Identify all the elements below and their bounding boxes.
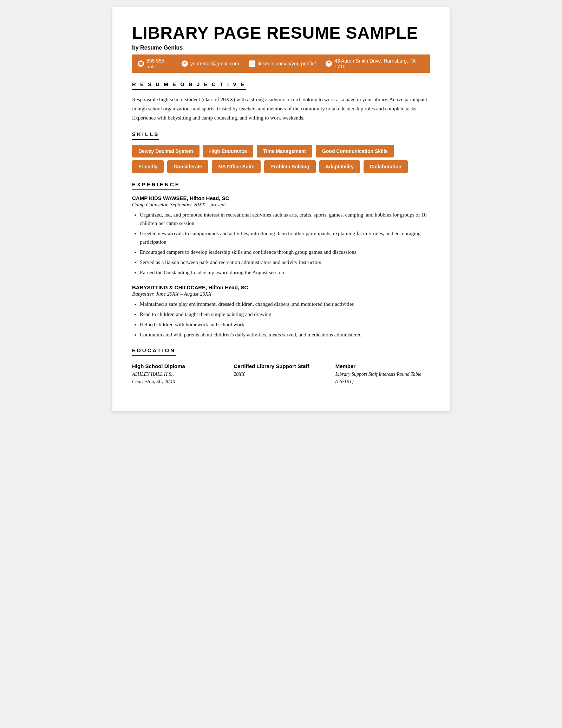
bullet-item: Helped children with homework and school… bbox=[140, 320, 430, 329]
skills-title: SKILLS bbox=[132, 131, 159, 140]
bullet-item: Served as a liaison between park and rec… bbox=[140, 258, 430, 266]
skill-badge: Time Management bbox=[257, 145, 312, 157]
phone-icon: ☎ bbox=[138, 60, 144, 67]
bullet-item: Earned the Outstanding Leadership award … bbox=[140, 268, 430, 277]
education-entry: Certified Library Support Staff20XX bbox=[234, 363, 328, 386]
experience-section: EXPERIENCE CAMP KIDS WAWSEE, Hilton Head… bbox=[132, 181, 430, 339]
contact-email: ✉ youremail@gmail.com bbox=[182, 60, 239, 67]
location-icon: 📍 bbox=[326, 60, 332, 67]
skills-section: SKILLS Dewey Decimal SystemHigh Enduranc… bbox=[132, 131, 430, 173]
employer-line: BABYSITTING & CHILDCARE, Hilton Head, SC bbox=[132, 284, 430, 290]
contact-phone: ☎ 895 555 555 bbox=[138, 58, 172, 69]
job-title-line: Camp Counselor, September 20XX – present bbox=[132, 202, 430, 208]
experience-entry: CAMP KIDS WAWSEE, Hilton Head, SCCamp Co… bbox=[132, 195, 430, 277]
objective-text: Responsible high school student (class o… bbox=[132, 95, 430, 123]
job-title-line: Babysitter, June 20XX – August 20XX bbox=[132, 291, 430, 297]
edu-detail: Library Support Staff Interests Round Ta… bbox=[335, 371, 430, 386]
education-entry: High School DiplomaASHLEY HALL H.S., Cha… bbox=[132, 363, 227, 386]
skill-badge: MS Office Suite bbox=[212, 160, 261, 173]
skill-badge: Adaptability bbox=[319, 160, 360, 173]
education-container: High School DiplomaASHLEY HALL H.S., Cha… bbox=[132, 363, 430, 386]
skill-badge: High Endurance bbox=[203, 145, 253, 157]
contact-linkedin: in linkedin.com/in/yourprofile/ bbox=[249, 60, 316, 67]
objective-title: R E S U M E O B J E C T I V E bbox=[132, 81, 246, 90]
linkedin-icon: in bbox=[249, 60, 255, 67]
education-section: EDUCATION High School DiplomaASHLEY HALL… bbox=[132, 347, 430, 386]
bullet-item: Encouraged campers to develop leadership… bbox=[140, 248, 430, 256]
edu-credential: Certified Library Support Staff bbox=[234, 363, 328, 369]
bullet-item: Maintained a safe play environment, dres… bbox=[140, 300, 430, 308]
resume-document: LIBRARY PAGE RESUME SAMPLE by Resume Gen… bbox=[112, 7, 450, 411]
experience-container: CAMP KIDS WAWSEE, Hilton Head, SCCamp Co… bbox=[132, 195, 430, 339]
edu-credential: High School Diploma bbox=[132, 363, 227, 369]
resume-title: LIBRARY PAGE RESUME SAMPLE bbox=[132, 24, 430, 43]
contact-address: 📍 43 Aaron Smith Drive, Harrisburg, PA 1… bbox=[326, 58, 424, 69]
edu-detail: 20XX bbox=[234, 371, 328, 378]
experience-entry: BABYSITTING & CHILDCARE, Hilton Head, SC… bbox=[132, 284, 430, 339]
skills-row: FriendlyConsiderateMS Office SuiteProble… bbox=[132, 160, 430, 173]
email-icon: ✉ bbox=[182, 60, 188, 67]
employer-line: CAMP KIDS WAWSEE, Hilton Head, SC bbox=[132, 195, 430, 201]
bullet-item: Communicated with parents about children… bbox=[140, 330, 430, 339]
edu-credential: Member bbox=[335, 363, 430, 369]
bullet-item: Greeted new arrivals to campgrounds and … bbox=[140, 229, 430, 246]
skill-badge: Considerate bbox=[167, 160, 208, 173]
skill-badge: Good Communication Skills bbox=[316, 145, 394, 157]
education-grid: High School DiplomaASHLEY HALL H.S., Cha… bbox=[132, 363, 430, 386]
skills-container: Dewey Decimal SystemHigh EnduranceTime M… bbox=[132, 145, 430, 173]
bullet-list: Organized, led, and promoted interest in… bbox=[132, 211, 430, 277]
education-entry: MemberLibrary Support Staff Interests Ro… bbox=[335, 363, 430, 386]
bullet-item: Organized, led, and promoted interest in… bbox=[140, 211, 430, 227]
objective-section: R E S U M E O B J E C T I V E Responsibl… bbox=[132, 81, 430, 123]
experience-title: EXPERIENCE bbox=[132, 181, 180, 190]
education-title: EDUCATION bbox=[132, 347, 176, 356]
edu-detail: ASHLEY HALL H.S., Charleston, SC, 20XX bbox=[132, 371, 227, 386]
bullet-list: Maintained a safe play environment, dres… bbox=[132, 300, 430, 339]
bullet-item: Read to children and taught them simple … bbox=[140, 310, 430, 318]
skills-row: Dewey Decimal SystemHigh EnduranceTime M… bbox=[132, 145, 430, 157]
skill-badge: Collaboration bbox=[364, 160, 408, 173]
skill-badge: Friendly bbox=[132, 160, 164, 173]
skill-badge: Problem Solving bbox=[264, 160, 315, 173]
skill-badge: Dewey Decimal System bbox=[132, 145, 200, 157]
contact-bar: ☎ 895 555 555 ✉ youremail@gmail.com in l… bbox=[132, 54, 430, 73]
resume-subtitle: by Resume Genius bbox=[132, 45, 430, 51]
